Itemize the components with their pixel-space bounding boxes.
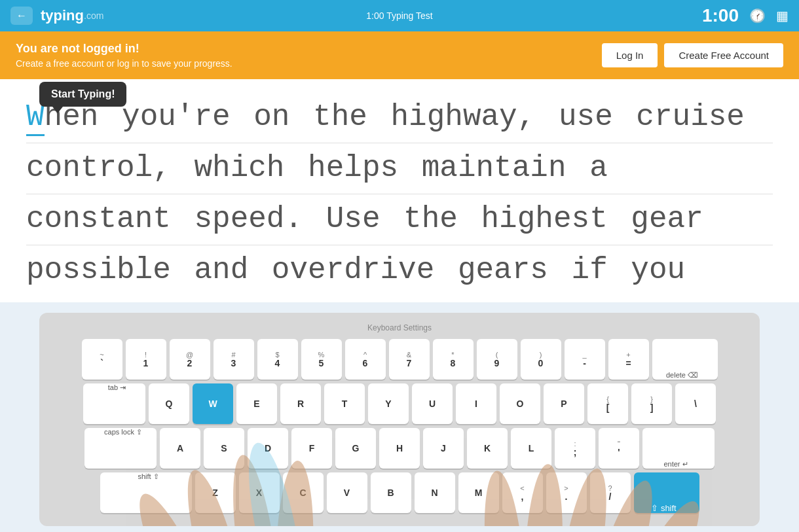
key-semicolon[interactable]: :; [555, 428, 595, 469]
results-icon[interactable]: ▦ [776, 8, 789, 24]
key-5[interactable]: %5 [301, 339, 342, 380]
key-shift-right[interactable]: ⇧ shift [634, 472, 699, 513]
key-9[interactable]: (9 [477, 339, 517, 380]
typing-line-1: When you're on the highway, use cruise [26, 92, 773, 143]
key-6[interactable]: ^6 [345, 339, 386, 380]
typing-line-4: possible and overdrive gears if you [26, 245, 773, 296]
key-slash[interactable]: ?/ [590, 472, 631, 513]
timer-display: 1:00 [702, 5, 739, 26]
key-enter[interactable]: enter ↵ [642, 428, 715, 469]
key-u[interactable]: U [412, 383, 453, 424]
header: ← typing .com 1:00 Typing Test 1:00 🕜 ▦ [0, 0, 799, 31]
keyboard-container: Keyboard Settings ~` !1 @2 #3 $4 %5 ^6 &… [39, 313, 760, 526]
keyboard-wrapper: Keyboard Settings ~` !1 @2 #3 $4 %5 ^6 &… [0, 302, 799, 532]
key-r[interactable]: R [280, 383, 321, 424]
key-4[interactable]: $4 [257, 339, 298, 380]
key-c[interactable]: C [283, 472, 324, 513]
keyboard-settings[interactable]: Keyboard Settings [50, 323, 749, 332]
notification-buttons: Log In Create Free Account [602, 43, 783, 67]
key-capslock[interactable]: caps lock ⇪ [84, 428, 157, 469]
key-p[interactable]: P [544, 383, 584, 424]
logo: typing .com [41, 7, 103, 24]
key-lbracket[interactable]: {[ [587, 383, 628, 424]
key-delete[interactable]: delete ⌫ [652, 339, 718, 380]
key-8[interactable]: *8 [433, 339, 474, 380]
key-j[interactable]: J [423, 428, 464, 469]
key-comma[interactable]: <, [502, 472, 543, 513]
key-rbracket[interactable]: }] [631, 383, 672, 424]
key-shift-left[interactable]: shift ⇧ [100, 472, 192, 513]
typing-text: When you're on the highway, use cruise c… [26, 92, 773, 296]
key-1[interactable]: !1 [126, 339, 166, 380]
key-n[interactable]: N [415, 472, 455, 513]
key-backtick[interactable]: ~` [82, 339, 122, 380]
key-row-zxcv: shift ⇧ Z X C V B N M <, >. ?/ ⇧ shift [100, 472, 699, 513]
header-left: ← typing .com [10, 7, 103, 25]
key-z[interactable]: Z [195, 472, 236, 513]
logo-typing: typing [41, 7, 84, 24]
logo-com: .com [84, 10, 103, 21]
key-h[interactable]: H [379, 428, 420, 469]
key-2[interactable]: @2 [170, 339, 210, 380]
key-period[interactable]: >. [546, 472, 587, 513]
key-7[interactable]: &7 [389, 339, 430, 380]
key-l[interactable]: L [511, 428, 551, 469]
key-quote[interactable]: "' [599, 428, 639, 469]
key-y[interactable]: Y [368, 383, 409, 424]
create-account-button[interactable]: Create Free Account [664, 43, 783, 67]
notification-bar: You are not logged in! Create a free acc… [0, 31, 799, 79]
login-button[interactable]: Log In [602, 43, 658, 67]
key-b[interactable]: B [371, 472, 411, 513]
notification-text: You are not logged in! Create a free acc… [16, 42, 232, 69]
key-i[interactable]: I [456, 383, 496, 424]
key-a[interactable]: A [160, 428, 200, 469]
key-backslash[interactable]: \ [675, 383, 716, 424]
key-row-qwerty: tab ⇥ Q W E R T Y U I O P {[ }] \ [83, 383, 716, 424]
key-row-numbers: ~` !1 @2 #3 $4 %5 ^6 &7 *8 (9 )0 _- += d… [82, 339, 718, 380]
keyboard: ~` !1 @2 #3 $4 %5 ^6 &7 *8 (9 )0 _- += d… [50, 339, 749, 513]
key-3[interactable]: #3 [214, 339, 254, 380]
history-icon[interactable]: 🕜 [749, 8, 766, 24]
key-t[interactable]: T [324, 383, 365, 424]
key-d[interactable]: D [248, 428, 288, 469]
key-v[interactable]: V [327, 472, 367, 513]
header-right: 1:00 🕜 ▦ [702, 5, 789, 26]
key-g[interactable]: G [335, 428, 376, 469]
key-o[interactable]: O [500, 383, 540, 424]
key-e[interactable]: E [236, 383, 277, 424]
notification-title: You are not logged in! [16, 42, 232, 56]
main-content: Start Typing! When you're on the highway… [0, 79, 799, 532]
key-equals[interactable]: += [608, 339, 649, 380]
typing-line-2: control, which helps maintain a [26, 143, 773, 194]
key-0[interactable]: )0 [521, 339, 561, 380]
key-m[interactable]: M [458, 472, 499, 513]
key-q[interactable]: Q [149, 383, 189, 424]
key-x[interactable]: X [239, 472, 280, 513]
typing-area[interactable]: When you're on the highway, use cruise c… [0, 79, 799, 302]
key-w[interactable]: W [193, 383, 233, 424]
typing-line-3: constant speed. Use the highest gear [26, 194, 773, 245]
key-f[interactable]: F [291, 428, 332, 469]
key-k[interactable]: K [467, 428, 508, 469]
notification-message: Create a free account or log in to save … [16, 58, 232, 69]
key-s[interactable]: S [204, 428, 244, 469]
key-tab[interactable]: tab ⇥ [83, 383, 145, 424]
back-button[interactable]: ← [10, 7, 33, 25]
header-title: 1:00 Typing Test [366, 10, 432, 21]
key-minus[interactable]: _- [565, 339, 605, 380]
start-typing-tooltip: Start Typing! [39, 82, 126, 107]
key-row-asdf: caps lock ⇪ A S D F G H J K L :; "' ente… [84, 428, 715, 469]
